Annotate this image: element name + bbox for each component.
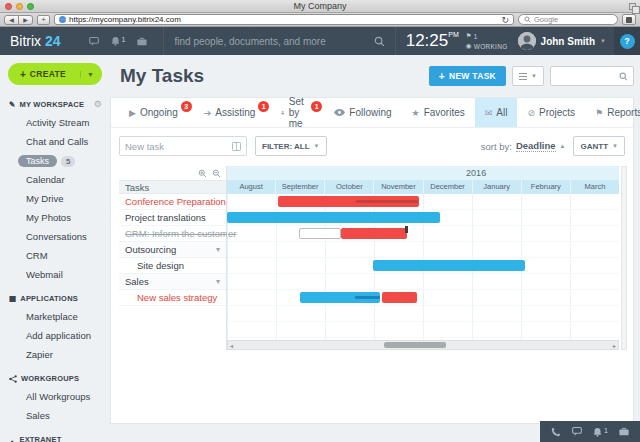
gantt-bar[interactable] bbox=[300, 292, 380, 303]
messenger-icon[interactable] bbox=[89, 37, 99, 46]
task-row[interactable]: Site design bbox=[119, 258, 226, 274]
page-title: My Tasks bbox=[120, 65, 204, 87]
task-row[interactable]: New sales strategy bbox=[119, 290, 226, 306]
briefcase-icon[interactable] bbox=[137, 37, 147, 46]
chevron-down-icon[interactable]: ▾ bbox=[216, 277, 220, 286]
sidebar-item-crm[interactable]: CRM bbox=[0, 246, 110, 265]
expand-form-icon[interactable] bbox=[232, 142, 241, 151]
zoom-in-icon[interactable] bbox=[198, 169, 207, 178]
sort-direction-icon[interactable]: ▲ bbox=[560, 143, 566, 149]
new-task-input[interactable] bbox=[125, 141, 232, 152]
phone-icon[interactable] bbox=[551, 427, 561, 437]
window-controls[interactable] bbox=[5, 3, 34, 10]
sidebar-item-add-application[interactable]: Add application bbox=[0, 326, 110, 345]
month-label: January bbox=[472, 180, 521, 194]
sort-field[interactable]: Deadline bbox=[516, 140, 556, 152]
sidebar-item-marketplace[interactable]: Marketplace bbox=[0, 307, 110, 326]
minimize-window-button[interactable] bbox=[16, 3, 23, 10]
tab-set-by-me[interactable]: Set by me1 bbox=[271, 98, 324, 127]
task-row[interactable]: CRM: Inform the customer bbox=[119, 226, 226, 242]
app-header: Bitrix 24 1 find people, documents, and … bbox=[0, 27, 640, 55]
new-tab-button[interactable]: + bbox=[37, 15, 50, 25]
sidebar-item-zapier[interactable]: Zapier bbox=[0, 345, 110, 364]
month-label: February bbox=[521, 180, 570, 194]
sidebar-section-extranet-workgroups: EXTRANET WORKGROUPS bbox=[0, 431, 110, 442]
sidebar-item-calendar[interactable]: Calendar bbox=[0, 170, 110, 189]
view-switch-button[interactable]: GANTT▼ bbox=[573, 136, 625, 156]
sidebar-item-my-photos[interactable]: My Photos bbox=[0, 208, 110, 227]
task-group-row[interactable]: Outsourcing▾ bbox=[119, 242, 226, 258]
task-tabs: ▶Ongoing3 ➔Assisting1 Set by me1 Followi… bbox=[111, 98, 633, 128]
chevron-down-icon[interactable]: ▾ bbox=[216, 245, 220, 254]
zoom-window-button[interactable] bbox=[27, 3, 34, 10]
list-icon bbox=[519, 73, 527, 80]
new-task-button[interactable]: + NEW TASK bbox=[429, 66, 506, 86]
tab-following[interactable]: Following bbox=[324, 98, 401, 127]
scroll-left-arrow[interactable]: ◂ bbox=[230, 342, 233, 349]
search-icon[interactable] bbox=[374, 36, 385, 47]
gantt-bar[interactable] bbox=[299, 228, 341, 239]
resize-grip-icon[interactable] bbox=[629, 3, 636, 10]
forward-button[interactable]: ▶ bbox=[18, 15, 33, 25]
tab-projects[interactable]: ⊘Projects bbox=[517, 98, 585, 127]
filter-button[interactable]: FILTER: ALL▼ bbox=[255, 136, 327, 156]
task-group-row[interactable]: Sales▾ bbox=[119, 274, 226, 290]
briefcase-icon[interactable] bbox=[619, 427, 629, 436]
tasks-search-input[interactable] bbox=[556, 71, 619, 81]
gantt-grid bbox=[227, 194, 619, 340]
sidebar-item-my-drive[interactable]: My Drive bbox=[0, 189, 110, 208]
sidebar-item-all-workgroups[interactable]: All Workgroups bbox=[0, 387, 110, 406]
sidebar-item-activity-stream[interactable]: Activity Stream bbox=[0, 113, 110, 132]
scroll-right-arrow[interactable]: ▸ bbox=[613, 342, 616, 349]
sidebar-item-conversations[interactable]: Conversations bbox=[0, 227, 110, 246]
downloads-button[interactable] bbox=[622, 14, 636, 25]
tab-reports[interactable]: ⚑Reports bbox=[585, 98, 640, 127]
tasks-search-box[interactable] bbox=[550, 66, 634, 86]
url-text: https://mycompany.bitrix24.com bbox=[69, 15, 181, 24]
vertical-scrollbar[interactable] bbox=[621, 166, 627, 350]
gantt-bar[interactable] bbox=[341, 228, 408, 239]
task-row[interactable]: Project translations bbox=[119, 210, 226, 226]
horizontal-scrollbar[interactable]: ◂ ▸ bbox=[227, 340, 619, 350]
plus-icon: + bbox=[20, 69, 26, 80]
create-button[interactable]: + CREATE ▼ bbox=[8, 63, 102, 85]
work-clock[interactable]: 12:25PM ⚑1 ◉WORKING bbox=[396, 31, 518, 51]
dock-notifications-button[interactable]: 1 bbox=[593, 427, 608, 437]
sidebar-item-webmail[interactable]: Webmail bbox=[0, 265, 110, 284]
task-row[interactable]: Conference Preparation bbox=[119, 194, 226, 210]
bitrix-logo[interactable]: Bitrix 24 bbox=[10, 33, 61, 49]
browser-search-field[interactable]: Google bbox=[518, 14, 618, 25]
gantt-row bbox=[227, 274, 619, 290]
view-options-button[interactable]: ▼ bbox=[512, 66, 544, 86]
gear-icon[interactable]: ⚙ bbox=[94, 99, 102, 109]
tab-ongoing[interactable]: ▶Ongoing3 bbox=[119, 98, 194, 127]
avatar[interactable] bbox=[518, 32, 536, 50]
global-search-placeholder: find people, documents, and more bbox=[174, 36, 325, 47]
search-icon[interactable] bbox=[619, 72, 628, 81]
help-button[interactable]: ? bbox=[620, 34, 635, 49]
close-window-button[interactable] bbox=[5, 3, 12, 10]
gantt-bar[interactable] bbox=[227, 212, 440, 223]
sort-control[interactable]: sort by: Deadline ▲ bbox=[481, 140, 566, 152]
gantt-bar[interactable] bbox=[278, 196, 419, 207]
flag-count: 1 bbox=[474, 33, 478, 40]
address-bar[interactable]: https://mycompany.bitrix24.com ↻ bbox=[54, 14, 514, 25]
tab-favorites[interactable]: ★Favorites bbox=[402, 98, 475, 127]
sidebar-item-tasks[interactable]: Tasks5 bbox=[0, 151, 110, 170]
chevron-down-icon[interactable]: ▼ bbox=[80, 71, 94, 78]
notifications-button[interactable]: 1 bbox=[111, 36, 126, 46]
back-button[interactable]: ◀ bbox=[4, 15, 19, 25]
tab-all[interactable]: ✉All bbox=[475, 98, 518, 127]
user-menu[interactable]: John Smith ▼ bbox=[518, 32, 614, 50]
sidebar-item-sales[interactable]: Sales bbox=[0, 406, 110, 425]
tab-assisting[interactable]: ➔Assisting1 bbox=[194, 98, 272, 127]
global-search[interactable]: find people, documents, and more bbox=[163, 27, 395, 55]
month-label: October bbox=[324, 180, 373, 194]
sidebar-item-chat-and-calls[interactable]: Chat and Calls bbox=[0, 132, 110, 151]
zoom-out-icon[interactable] bbox=[212, 169, 221, 178]
gantt-bar[interactable] bbox=[373, 260, 525, 271]
gantt-bar[interactable] bbox=[382, 292, 417, 303]
scrollbar-thumb[interactable] bbox=[384, 342, 446, 348]
quick-add-task-box[interactable] bbox=[119, 136, 247, 156]
chat-icon[interactable] bbox=[572, 427, 582, 436]
